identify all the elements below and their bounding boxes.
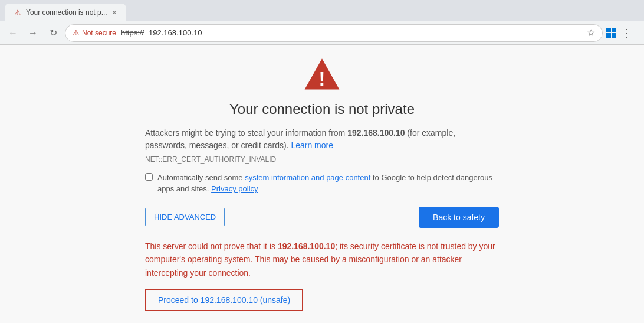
privacy-policy-link[interactable]: Privacy policy bbox=[211, 184, 258, 193]
security-indicator: ⚠ Not secure bbox=[73, 28, 116, 37]
security-warning-icon: ⚠ bbox=[73, 28, 80, 37]
star-icon[interactable]: ☆ bbox=[587, 27, 595, 38]
menu-button[interactable]: ⋮ bbox=[618, 25, 635, 41]
proceed-link[interactable]: Proceed to 192.168.100.10 (unsafe) bbox=[158, 295, 290, 305]
tab-favicon-warning: ⚠ bbox=[14, 8, 21, 17]
checkbox-text: Automatically send some system informati… bbox=[157, 172, 499, 195]
windows-icon bbox=[606, 28, 616, 38]
error-code: NET::ERR_CERT_AUTHORITY_INVALID bbox=[145, 155, 499, 164]
system-info-link[interactable]: system information and page content bbox=[245, 173, 370, 182]
checkbox-row: Automatically send some system informati… bbox=[145, 172, 499, 195]
browser-chrome: ⚠ Your connection is not p... × ← → ↻ ⚠ … bbox=[0, 0, 644, 45]
back-button[interactable]: ← bbox=[5, 25, 21, 41]
hide-advanced-button[interactable]: HIDE ADVANCED bbox=[145, 208, 225, 226]
checkbox-prefix: Automatically send some bbox=[157, 173, 245, 182]
tab-bar: ⚠ Your connection is not p... × bbox=[0, 0, 644, 21]
learn-more-link[interactable]: Learn more bbox=[291, 141, 333, 150]
proceed-box[interactable]: Proceed to 192.168.100.10 (unsafe) bbox=[145, 289, 303, 311]
svg-text:!: ! bbox=[318, 67, 325, 90]
url-bar[interactable]: ⚠ Not secure https://192.168.100.10 ☆ bbox=[65, 24, 603, 42]
address-bar: ← → ↻ ⚠ Not secure https://192.168.100.1… bbox=[0, 21, 644, 45]
error-description: Attackers might be trying to steal your … bbox=[145, 127, 499, 152]
error-body: Attackers might be trying to steal your … bbox=[145, 127, 499, 311]
advanced-prefix: This server could not prove that it is bbox=[145, 242, 278, 251]
reload-button[interactable]: ↻ bbox=[45, 25, 61, 41]
active-tab[interactable]: ⚠ Your connection is not p... × bbox=[5, 4, 126, 21]
error-title: Your connection is not private bbox=[229, 101, 415, 118]
back-icon: ← bbox=[8, 28, 18, 38]
back-to-safety-button[interactable]: Back to safety bbox=[419, 207, 499, 228]
description-ip: 192.168.100.10 bbox=[347, 128, 405, 138]
advanced-section: This server could not prove that it is 1… bbox=[145, 240, 499, 311]
error-page: ! Your connection is not private Attacke… bbox=[0, 45, 644, 323]
send-info-checkbox[interactable] bbox=[145, 173, 153, 181]
url-host: 192.168.100.10 bbox=[149, 28, 202, 37]
description-prefix: Attackers might be trying to steal your … bbox=[145, 128, 347, 138]
buttons-container: HIDE ADVANCED Back to safety bbox=[145, 207, 499, 228]
warning-triangle-icon: ! bbox=[301, 57, 343, 92]
url-protocol: https:// bbox=[121, 28, 144, 37]
tab-close-button[interactable]: × bbox=[112, 8, 117, 17]
url-right-icons: ☆ bbox=[587, 27, 595, 38]
browser-right-icons: ⋮ bbox=[606, 25, 639, 41]
advanced-ip: 192.168.100.10 bbox=[278, 242, 335, 251]
forward-icon: → bbox=[28, 28, 38, 38]
menu-dots-icon: ⋮ bbox=[622, 27, 631, 40]
reload-icon: ↻ bbox=[50, 27, 57, 38]
advanced-text: This server could not prove that it is 1… bbox=[145, 240, 499, 279]
forward-button[interactable]: → bbox=[25, 25, 41, 41]
security-label: Not secure bbox=[82, 29, 116, 37]
tab-title: Your connection is not p... bbox=[26, 8, 107, 17]
